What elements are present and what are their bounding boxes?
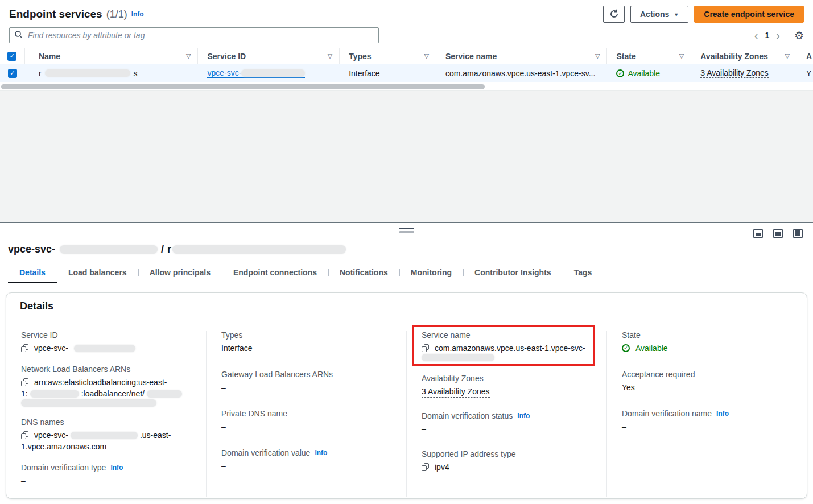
cell-name: rs xyxy=(25,64,199,82)
row-checkbox[interactable] xyxy=(8,69,17,78)
service-id-link[interactable]: vpce-svc- xyxy=(207,68,305,78)
filter-icon[interactable]: ▽ xyxy=(679,52,684,60)
tab-load-balancers[interactable]: Load balancers xyxy=(57,263,138,283)
copy-icon[interactable] xyxy=(21,431,28,439)
column-header-types[interactable]: Types▽ xyxy=(340,48,436,64)
redaction-blur xyxy=(147,390,182,398)
field-value: – xyxy=(221,421,391,432)
content-background xyxy=(0,91,813,222)
search-box xyxy=(9,27,379,43)
filter-icon[interactable]: ▽ xyxy=(595,52,600,60)
tab-contributor-insights[interactable]: Contributor Insights xyxy=(463,263,563,283)
search-input[interactable] xyxy=(9,27,379,43)
page-header: Endpoint services (1/1) Info Actions ▼ C… xyxy=(0,0,813,26)
endpoint-services-table: Name▽ Service ID▽ Types▽ Service name▽ S… xyxy=(0,48,813,91)
create-button-label: Create endpoint service xyxy=(704,10,794,19)
resource-count: (1/1) xyxy=(106,9,127,20)
tab-endpoint-connections[interactable]: Endpoint connections xyxy=(222,263,328,283)
available-status-icon xyxy=(616,69,624,77)
filter-icon[interactable]: ▽ xyxy=(424,52,428,60)
refresh-icon xyxy=(609,9,619,19)
pagination-current-page[interactable]: 1 xyxy=(765,31,769,40)
create-endpoint-service-button[interactable]: Create endpoint service xyxy=(694,6,804,23)
actions-button[interactable]: Actions ▼ xyxy=(630,6,688,23)
field-value: – xyxy=(622,421,792,432)
field-label: Service name xyxy=(422,331,590,340)
tab-tags[interactable]: Tags xyxy=(563,263,604,283)
info-link[interactable]: Info xyxy=(131,10,144,18)
panel-size-medium-icon[interactable] xyxy=(773,229,783,238)
field-label: Domain verification name xyxy=(622,409,712,418)
redaction-blur xyxy=(30,390,79,398)
redaction-blur xyxy=(422,354,494,361)
field-value: Interface xyxy=(221,342,391,354)
table-header-row: Name▽ Service ID▽ Types▽ Service name▽ S… xyxy=(0,48,813,64)
copy-icon[interactable] xyxy=(21,378,28,386)
details-card-heading: Details xyxy=(6,293,807,320)
field-label: Domain verification value xyxy=(221,448,310,457)
details-column-1: Service ID vpce-svc- Network Load Balanc… xyxy=(6,331,206,497)
field-label: Service ID xyxy=(21,331,191,340)
tab-notifications[interactable]: Notifications xyxy=(328,263,399,283)
column-header-state[interactable]: State▽ xyxy=(607,48,691,64)
field-label: Domain verification status xyxy=(422,411,513,420)
split-panel: vpce-svc- / r Details Load balancers All… xyxy=(0,222,813,503)
tab-details[interactable]: Details xyxy=(8,263,57,283)
aws-console-screen: Endpoint services (1/1) Info Actions ▼ C… xyxy=(0,0,813,504)
details-column-3: Service name com.amazonaws.vpce.us-east-… xyxy=(406,331,606,497)
copy-icon[interactable] xyxy=(422,463,429,471)
column-header-service-name[interactable]: Service name▽ xyxy=(436,48,608,64)
filter-icon[interactable]: ▽ xyxy=(328,52,332,60)
info-link[interactable]: Info xyxy=(716,410,729,418)
panel-size-small-icon[interactable] xyxy=(753,229,763,238)
column-header-acceptance-clipped[interactable]: A xyxy=(797,48,813,64)
panel-size-large-icon[interactable] xyxy=(793,229,803,238)
field-label: Supported IP address type xyxy=(422,449,592,458)
cell-acceptance-clipped: Y xyxy=(797,64,813,82)
filter-icon[interactable]: ▽ xyxy=(785,52,790,60)
info-link[interactable]: Info xyxy=(315,449,327,457)
column-header-name[interactable]: Name▽ xyxy=(25,48,199,64)
field-value: – xyxy=(221,382,391,393)
field-label: State xyxy=(622,331,792,340)
field-label: Availability Zones xyxy=(422,374,592,383)
copy-icon[interactable] xyxy=(21,344,28,352)
table-row[interactable]: rs vpce-svc- Interface com.amazonaws.vpc… xyxy=(0,64,813,82)
caret-down-icon: ▼ xyxy=(674,12,679,18)
column-header-service-id[interactable]: Service ID▽ xyxy=(198,48,340,64)
page-title: Endpoint services xyxy=(9,8,102,20)
select-all-checkbox[interactable] xyxy=(7,52,16,61)
column-header-availability-zones[interactable]: Availability Zones▽ xyxy=(691,48,797,64)
field-label: DNS names xyxy=(21,418,191,427)
panel-size-controls xyxy=(753,229,803,238)
field-label: Gateway Load Balancers ARNs xyxy=(221,370,391,379)
cell-service-name: com.amazonaws.vpce.us-east-1.vpce-sv... xyxy=(436,64,608,82)
field-label: Network Load Balancers ARNs xyxy=(21,365,191,374)
details-column-4: State Available Acceptance required Yes … xyxy=(606,331,807,497)
table-toolbar: ‹ 1 › ⚙ xyxy=(0,26,813,44)
tab-allow-principals[interactable]: Allow principals xyxy=(138,263,222,283)
split-panel-drag-handle[interactable] xyxy=(399,228,414,233)
info-link[interactable]: Info xyxy=(517,412,530,420)
refresh-button[interactable] xyxy=(603,6,625,23)
pagination-prev-icon[interactable]: ‹ xyxy=(754,30,758,41)
search-icon xyxy=(14,30,23,41)
split-panel-title: vpce-svc- / r xyxy=(8,243,813,255)
details-column-2: Types Interface Gateway Load Balancers A… xyxy=(206,331,406,497)
redaction-blur xyxy=(45,69,130,77)
field-value: – xyxy=(422,423,592,435)
pagination-next-icon[interactable]: › xyxy=(776,30,780,41)
horizontal-scrollbar-thumb[interactable] xyxy=(1,84,485,89)
availability-zones-link[interactable]: 3 Availability Zones xyxy=(422,386,490,398)
horizontal-scrollbar-track[interactable] xyxy=(0,82,813,91)
field-value: Yes xyxy=(622,382,792,393)
actions-button-label: Actions xyxy=(640,10,669,19)
settings-gear-icon[interactable]: ⚙ xyxy=(794,30,804,41)
tab-monitoring[interactable]: Monitoring xyxy=(399,263,463,283)
availability-zones-link[interactable]: 3 Availability Zones xyxy=(700,68,769,78)
service-name-highlight-box: Service name com.amazonaws.vpce.us-east-… xyxy=(412,325,595,366)
field-label: Private DNS name xyxy=(221,409,391,418)
filter-icon[interactable]: ▽ xyxy=(186,52,191,60)
copy-icon[interactable] xyxy=(422,344,429,352)
info-link[interactable]: Info xyxy=(110,464,123,472)
